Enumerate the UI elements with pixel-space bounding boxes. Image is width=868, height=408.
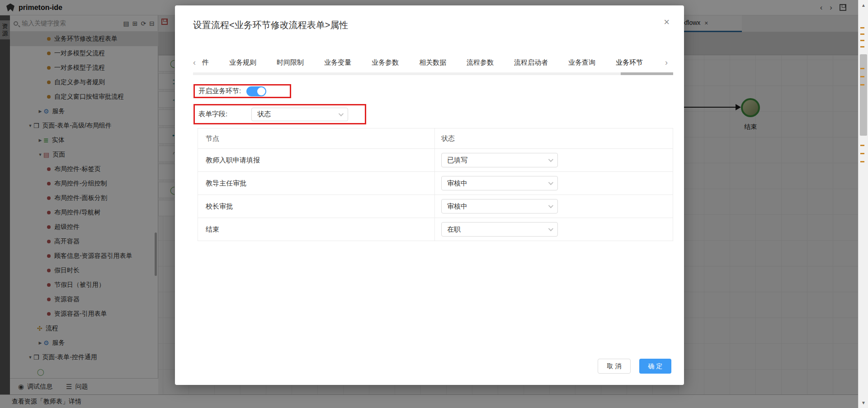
table-row: 教导主任审批 审核中 [198,171,673,195]
dialog-tab-list: 件业务规则时间限制业务变量业务参数相关数据流程参数流程启动者业务查询业务环节 [202,58,659,67]
table-row: 结束 在职 [198,218,673,241]
chevron-down-icon [339,111,344,116]
status-value: 已填写 [447,156,467,165]
col-header-status: 状态 [435,128,673,148]
cancel-button[interactable]: 取 消 [598,359,631,374]
status-select[interactable]: 已填写 [441,153,558,167]
dialog-tab-业务变量[interactable]: 业务变量 [324,58,351,67]
node-status-table: 节点 状态教师入职申请填报 已填写 教导主任审批 审核中 校长审批 审核中 结束… [198,128,673,241]
dialog-close-icon[interactable]: × [664,17,670,27]
scrollbar-annotation-tick [860,33,864,35]
scrollbar-annotation-tick [860,68,864,69]
dialog-tab-业务查询[interactable]: 业务查询 [568,58,595,67]
node-cell: 教师入职申请填报 [198,149,435,171]
tabs-scrollbar[interactable] [193,72,673,75]
dialog-tab-业务环节[interactable]: 业务环节 [616,58,643,67]
table-row: 校长审批 审核中 [198,195,673,218]
status-select[interactable]: 在职 [441,222,558,237]
chevron-down-icon [548,157,553,162]
window-scrollbar[interactable]: ▲ ▼ [858,0,868,408]
dialog-title: 设置流程<业务环节修改流程表单>属性 [193,19,348,31]
scroll-up-icon[interactable]: ▲ [859,3,868,8]
dialog-tab-件[interactable]: 件 [202,58,209,67]
dialog-tab-时间限制[interactable]: 时间限制 [277,58,304,67]
scrollbar-annotation-tick [860,76,864,77]
status-select[interactable]: 审核中 [441,176,558,190]
scroll-down-icon[interactable]: ▼ [859,400,868,405]
chevron-down-icon [548,180,553,185]
dialog-tab-业务参数[interactable]: 业务参数 [372,58,399,67]
col-header-node: 节点 [198,128,435,148]
tabs-scrollbar-thumb[interactable] [621,72,673,75]
chevron-down-icon [548,203,553,208]
status-select[interactable]: 审核中 [441,199,558,213]
chevron-down-icon [548,226,553,231]
node-cell: 结束 [198,218,435,241]
dialog-tab-业务规则[interactable]: 业务规则 [229,58,256,67]
dialog-tab-相关数据[interactable]: 相关数据 [419,58,446,67]
table-header-row: 节点 状态 [198,128,673,148]
scrollbar-annotation-tick [860,84,864,85]
node-cell: 校长审批 [198,195,435,218]
dialog-tabs: ‹ 件业务规则时间限制业务变量业务参数相关数据流程参数流程启动者业务查询业务环节… [190,58,670,67]
scrollbar-thumb[interactable] [860,54,867,136]
dialog-tab-流程参数[interactable]: 流程参数 [467,58,494,67]
status-value: 审核中 [447,202,467,211]
scrollbar-annotation-tick [860,153,864,154]
table-row: 教师入职申请填报 已填写 [198,148,673,171]
scrollbar-annotation-tick [860,161,864,162]
dialog-tab-流程启动者[interactable]: 流程启动者 [514,58,548,67]
scrollbar-annotation-tick [860,46,864,47]
form-field-label: 表单字段: [198,110,227,119]
status-value: 在职 [447,225,461,234]
toggle-label: 开启业务环节: [198,87,241,95]
status-value: 审核中 [447,179,467,188]
dialog-footer: 取 消 确 定 [598,359,671,374]
process-properties-dialog: 设置流程<业务环节修改流程表单>属性 × ‹ 件业务规则时间限制业务变量业务参数… [175,5,684,385]
scrollbar-annotation-tick [860,40,864,41]
field-highlight-box: 表单字段: 状态 [193,104,366,124]
tabs-next-icon[interactable]: › [662,58,670,67]
tabs-prev-icon[interactable]: ‹ [190,58,198,67]
scrollbar-annotation-tick [860,27,864,28]
form-field-select[interactable]: 状态 [251,108,348,121]
toggle-highlight-box: 开启业务环节: [193,84,291,98]
ok-button[interactable]: 确 定 [639,359,671,374]
business-step-toggle[interactable] [246,86,266,96]
node-cell: 教导主任审批 [198,172,435,195]
scrollbar-annotation-tick [860,145,864,146]
form-field-value: 状态 [257,110,271,119]
